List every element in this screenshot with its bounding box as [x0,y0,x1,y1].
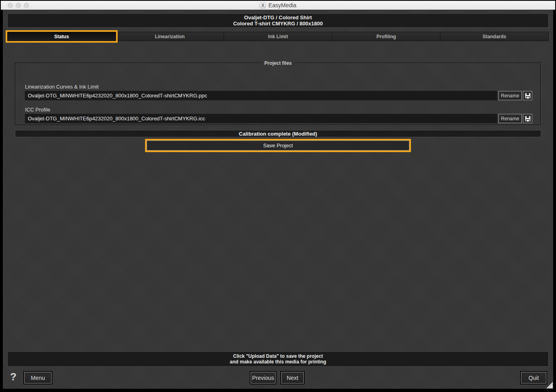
icc-profile-input[interactable] [25,114,497,123]
floppy-disk-icon [525,116,531,122]
window-close-button[interactable] [8,3,13,8]
rename-icc-button[interactable]: Rename [498,114,522,123]
window-controls [8,3,29,8]
linearization-file-row: Rename [25,91,532,100]
help-button[interactable]: ? [10,371,17,383]
floppy-disk-icon [525,93,531,99]
icc-profile-row: Rename [25,114,532,123]
titlebar: X EasyMedia [1,1,555,10]
tab-status[interactable]: Status [7,32,116,41]
project-header-line2: Colored T-shirt CMYKRG / 800x1800 [233,21,323,27]
tab-standards[interactable]: Standards [440,32,549,41]
project-files-legend: Project files [261,60,295,66]
main-content: Ovaljet-DTG / Colored Shirt Colored T-sh… [3,10,553,389]
save-project-button[interactable]: Save Project [147,140,409,151]
upload-hint-line1: Click "Upload Data" to save the project [233,353,323,359]
next-button[interactable]: Next [281,372,304,384]
tab-ink-limit[interactable]: Ink Limit [224,32,332,41]
linearization-file-input[interactable] [25,91,497,100]
quit-button[interactable]: Quit [521,372,546,384]
window-minimize-button[interactable] [16,3,21,8]
tab-profiling[interactable]: Profiling [332,32,441,41]
menu-button[interactable]: Menu [24,372,52,384]
calibration-status-bar: Calibration complete (Modified) [15,130,541,137]
upload-hint-line2: and make available this media for printi… [230,359,326,365]
project-header: Ovaljet-DTG / Colored Shirt Colored T-sh… [7,13,549,28]
window-title: EasyMedia [268,2,296,8]
save-project-highlight: Save Project [145,139,411,152]
project-header-line1: Ovaljet-DTG / Colored Shirt [244,14,312,21]
rename-linearization-button[interactable]: Rename [498,91,522,100]
window-title-group: X EasyMedia [259,2,296,8]
icc-profile-label: ICC Profile [25,107,50,113]
project-files-group: Project files Linearization Curves & Ink… [15,60,541,126]
resize-grip[interactable] [546,382,553,388]
save-icc-file-button[interactable] [523,114,532,123]
x11-app-icon: X [259,2,266,8]
window-zoom-button[interactable] [24,3,29,8]
tab-bar: Status Linearization Ink Limit Profiling… [7,32,549,41]
linearization-file-label: Linearization Curves & Ink Limit [25,84,99,90]
previous-button[interactable]: Previous [251,372,276,384]
save-linearization-file-button[interactable] [523,91,532,100]
tab-linearization[interactable]: Linearization [116,32,224,41]
upload-hint-bar: Click "Upload Data" to save the project … [7,351,549,367]
